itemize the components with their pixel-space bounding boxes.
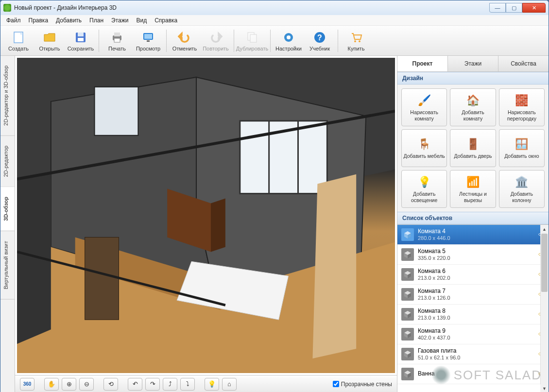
scrollbar[interactable]: ▲ ▼ xyxy=(540,225,549,392)
toolbar-label: Открыть xyxy=(39,46,60,51)
zoom-in-button[interactable]: ⊕ xyxy=(62,378,76,391)
right-tabs: ПроектЭтажиСвойства xyxy=(397,56,549,72)
object-icon xyxy=(401,368,414,380)
left-tab-2d3d[interactable]: 2D-редактор и 3D-обзор xyxy=(0,56,15,136)
settings-button[interactable]: Настройки xyxy=(274,27,304,54)
reset-button[interactable]: ⟲ xyxy=(103,378,118,391)
object-item[interactable]: Комната 8213.0 x 139.0👁 xyxy=(397,305,549,324)
window-title: Новый проект - Дизайн Интерьера 3D xyxy=(14,4,489,11)
object-item[interactable]: Комната 4280.0 x 446.0👁 xyxy=(397,225,549,245)
object-name: Комната 6 xyxy=(418,268,534,274)
redo-button: Повторить xyxy=(201,27,231,54)
object-item[interactable]: Газовая плита51.0 x 62.1 x 96.0👁 xyxy=(397,344,549,364)
object-dimensions: 213.0 x 126.0 xyxy=(418,295,534,301)
menu-этажи[interactable]: Этажи xyxy=(108,16,131,25)
object-item[interactable]: Комната 9402.0 x 437.0👁 xyxy=(397,324,549,344)
undo-icon xyxy=(177,30,192,45)
object-item[interactable]: Комната 6213.0 x 202.0👁 xyxy=(397,265,549,285)
object-icon xyxy=(401,228,414,241)
svg-rect-25 xyxy=(95,87,138,136)
transparent-walls-checkbox[interactable]: Прозрачные стены xyxy=(333,381,392,388)
undo-button[interactable]: Отменить xyxy=(170,27,200,54)
rot-right-button[interactable]: ↷ xyxy=(145,378,160,391)
object-name: Комната 8 xyxy=(418,308,534,314)
minimize-button[interactable]: — xyxy=(489,3,506,13)
close-button[interactable]: ✕ xyxy=(522,3,546,13)
design-section-header: Дизайн xyxy=(397,72,549,85)
preview-button[interactable]: Просмотр xyxy=(133,27,163,54)
new-button[interactable]: Создать xyxy=(3,27,34,54)
add-window-button[interactable]: 🪟Добавить окно xyxy=(499,129,545,167)
home-button[interactable]: ⌂ xyxy=(222,378,237,391)
buy-button[interactable]: Купить xyxy=(341,27,371,54)
toolbar-label: Настройки xyxy=(275,46,302,51)
object-item[interactable]: Ванна👁 xyxy=(397,364,549,384)
add-room-icon: 🏠 xyxy=(465,93,480,108)
design-label: Лестницы и вырезы xyxy=(450,191,495,203)
add-column-button[interactable]: 🏛️Добавить колонну xyxy=(499,170,545,208)
right-tab-Проект[interactable]: Проект xyxy=(397,56,448,71)
add-stairs-button[interactable]: 📶Лестницы и вырезы xyxy=(450,170,496,208)
scroll-up-button[interactable]: ▲ xyxy=(540,225,549,233)
draw-partition-button[interactable]: 🧱Нарисовать перегородку xyxy=(499,88,545,126)
menu-вид[interactable]: Вид xyxy=(133,16,150,25)
left-tab-virtual[interactable]: Виртуальный визит xyxy=(0,231,15,300)
menu-файл[interactable]: Файл xyxy=(3,16,24,25)
menu-план[interactable]: План xyxy=(86,16,106,25)
svg-marker-29 xyxy=(211,199,225,252)
object-icon xyxy=(401,348,414,360)
folder-icon xyxy=(42,30,57,45)
add-furniture-button[interactable]: 🪑Добавить мебель xyxy=(401,129,447,167)
svg-rect-32 xyxy=(85,237,119,320)
object-item[interactable]: Комната 5335.0 x 220.0👁 xyxy=(397,245,549,265)
scroll-down-button[interactable]: ▼ xyxy=(540,384,549,392)
rot-left-button[interactable]: ↶ xyxy=(128,378,142,391)
svg-point-18 xyxy=(359,40,360,42)
rot-up-button[interactable]: ⤴ xyxy=(163,378,177,391)
object-name: Газовая плита xyxy=(418,348,534,354)
menu-справка[interactable]: Справка xyxy=(152,16,180,25)
svg-rect-3 xyxy=(78,33,84,36)
add-light-icon: 💡 xyxy=(417,175,431,189)
draw-room-button[interactable]: 🖌️Нарисовать комнату xyxy=(401,88,447,126)
add-window-icon: 🪟 xyxy=(515,137,529,152)
open-button[interactable]: Открыть xyxy=(34,27,65,54)
3d-viewport[interactable] xyxy=(17,58,395,373)
toolbar-label: Печать xyxy=(108,46,126,51)
toolbar-label: Сохранить xyxy=(68,46,94,51)
svg-point-17 xyxy=(354,40,356,42)
object-item[interactable]: Комната 7213.0 x 126.0👁 xyxy=(397,285,549,305)
save-button[interactable]: Сохранить xyxy=(66,27,96,54)
left-tab-2d[interactable]: 2D-редактор xyxy=(0,136,15,187)
object-icon xyxy=(401,248,414,261)
right-tab-Этажи[interactable]: Этажи xyxy=(448,56,498,71)
right-tab-Свойства[interactable]: Свойства xyxy=(498,56,549,71)
scroll-thumb[interactable] xyxy=(541,234,548,292)
left-tab-3d[interactable]: 3D-обзор xyxy=(0,187,15,231)
menubar: ФайлПравкаДобавитьПланЭтажиВидСправка xyxy=(0,15,549,26)
svg-text:?: ? xyxy=(317,34,322,42)
object-list[interactable]: Комната 4280.0 x 446.0👁Комната 5335.0 x … xyxy=(397,224,549,392)
toolbar-label: Просмотр xyxy=(136,46,160,51)
tutorial-button[interactable]: ?Учебник xyxy=(305,27,335,54)
titlebar: Новый проект - Дизайн Интерьера 3D — ▢ ✕ xyxy=(0,0,549,15)
rot-down-button[interactable]: ⤵ xyxy=(180,378,195,391)
left-tabs: 2D-редактор и 3D-обзор2D-редактор3D-обзо… xyxy=(0,56,15,392)
object-name: Комната 9 xyxy=(418,328,534,334)
add-door-button[interactable]: 🚪Добавить дверь xyxy=(450,129,496,167)
light-button[interactable]: 💡 xyxy=(205,378,219,391)
menu-правка[interactable]: Правка xyxy=(26,16,51,25)
zoom-out-button[interactable]: ⊖ xyxy=(79,378,94,391)
print-button[interactable]: Печать xyxy=(102,27,132,54)
maximize-button[interactable]: ▢ xyxy=(506,3,522,13)
object-name: Комната 7 xyxy=(418,288,534,294)
menu-добавить[interactable]: Добавить xyxy=(53,16,85,25)
object-icon xyxy=(401,288,414,301)
redo-icon xyxy=(208,30,223,45)
toolbar-label: Отменить xyxy=(172,46,197,51)
360-button[interactable]: 360 xyxy=(20,378,34,391)
hand-button[interactable]: ✋ xyxy=(44,378,59,391)
add-room-button[interactable]: 🏠Добавить комнату xyxy=(450,88,496,126)
object-dimensions: 280.0 x 446.0 xyxy=(418,235,534,241)
add-light-button[interactable]: 💡Добавить освещение xyxy=(401,170,447,208)
